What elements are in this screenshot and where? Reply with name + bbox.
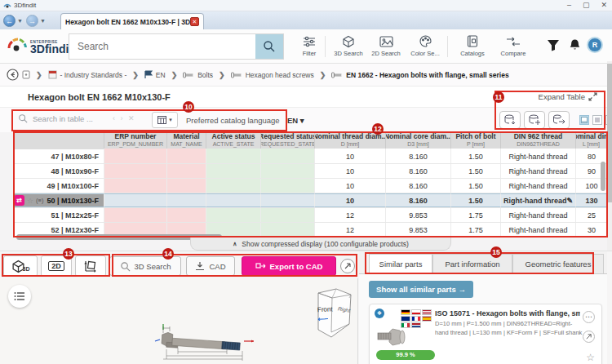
expand-table-button[interactable]: Expand Table (539, 92, 597, 101)
header-thread-diameter[interactable]: Nominal thread diam...D [mm] (315, 132, 386, 149)
export-table-button[interactable] (499, 111, 521, 129)
toolbar-2d-search[interactable]: 2D Search (367, 34, 405, 57)
view-cube[interactable]: Front Right (308, 286, 356, 340)
crumb-separator: ❯ (320, 71, 326, 79)
breadcrumb-back-icon[interactable] (7, 69, 19, 81)
header-requested-status[interactable]: Requested statusREQUESTED_STATE (261, 132, 315, 149)
catalog-book-icon (467, 35, 478, 47)
search-button[interactable] (255, 34, 283, 59)
viewer-3d-search-button[interactable]: 3D Search (109, 256, 181, 276)
bolt-3d-render[interactable] (131, 323, 269, 364)
header-din962-thread[interactable]: DIN 962 threadDIN962THREAD (501, 132, 576, 149)
catalog-badge-icon: ❖ (375, 309, 384, 318)
density-medium-toggle[interactable] (592, 115, 602, 125)
part-thumbnail (375, 324, 414, 348)
forward-button[interactable]: → (26, 15, 38, 27)
header-material[interactable]: MaterialMAT_NAME (167, 132, 206, 149)
toolbar-2d-search-label: 2D Search (367, 50, 405, 57)
tab-close-button[interactable]: ✕ (190, 17, 199, 26)
bottom-section: 3D 2D 3D Search CAD Export to CAD (0, 251, 612, 364)
favorite-star-icon[interactable]: ☆ (27, 197, 33, 205)
similar-part-title[interactable]: ISO 15071 - Hexagon bolts with flange, s… (435, 309, 580, 317)
column-settings-button[interactable]: ▾ (152, 112, 178, 128)
crumb-en[interactable]: EN (156, 71, 166, 79)
header-nominal-length[interactable]: Nominal dimeL [mm] (576, 132, 607, 149)
table-row[interactable]: 47 | M10x80-F 108.1601.50Right-hand thre… (14, 149, 607, 164)
maximize-button[interactable]: ▢ (583, 1, 590, 9)
flag-fr-icon (411, 316, 421, 322)
header-core-diameter[interactable]: Nominal core diam...D3 [mm] (386, 132, 451, 149)
crumb-hexagon-head-screws[interactable]: Hexagon head screws (246, 71, 314, 79)
send-to-app-button[interactable] (340, 259, 355, 273)
results-filter-icon[interactable] (547, 39, 560, 51)
arrow-out-icon (585, 333, 592, 340)
viewer-list-button[interactable] (8, 285, 31, 308)
header-active-status[interactable]: Active statusACTIVE_STATE (206, 132, 261, 149)
crumb-industry-standards[interactable]: - Industry Standards - (60, 71, 127, 79)
pencil-icon[interactable]: ✎ (566, 197, 573, 205)
tab-geometric-features[interactable]: Geometric features (512, 254, 604, 274)
back-dropdown-icon[interactable]: ▼ (17, 18, 23, 24)
crumb-separator: ❯ (132, 71, 139, 79)
toolbar-3d-search[interactable]: 3D Search (330, 34, 367, 57)
export-selection-button[interactable] (524, 111, 545, 129)
crumb-current-standard: EN 1662 - Hexagon bolts with flange, sma… (346, 71, 508, 79)
minimize-button[interactable]: – (567, 1, 571, 9)
flag-es-icon (422, 316, 432, 322)
export-row-button[interactable] (548, 111, 570, 129)
card-favorite-star-icon[interactable]: ☆ (586, 352, 595, 363)
arrow-out-icon (344, 262, 352, 270)
table-row[interactable]: 48 | M10x90-F 108.1601.50Right-hand thre… (14, 164, 607, 179)
page-scrollbar-thumb[interactable] (607, 64, 612, 202)
cad-download-button[interactable]: CAD (186, 256, 235, 276)
similar-part-card[interactable]: ❖ ISO 15071 - H (369, 304, 602, 364)
app-logo[interactable]: ENTERPRISE 3Dfindit (7, 36, 73, 54)
header-pitch[interactable]: Pitch of boltP [mm] (451, 132, 501, 149)
export-cad-icon (255, 262, 266, 271)
back-button[interactable]: ← (3, 15, 16, 27)
user-avatar[interactable]: R (587, 37, 603, 53)
annotation-badge-11: 11 (493, 91, 504, 103)
close-button[interactable]: ✕ (601, 1, 607, 9)
export-row-chip-icon[interactable]: ⇄ (14, 195, 24, 206)
viewer-tab-dimensions[interactable] (75, 255, 106, 277)
card-more-button[interactable]: ⋯ (583, 311, 595, 323)
app-window-icon (3, 2, 11, 10)
viewer-tab-3d[interactable]: 3D (3, 255, 38, 277)
density-compact-toggle[interactable] (579, 115, 589, 125)
crumb-bolts[interactable]: Bolts (197, 71, 213, 79)
language-select[interactable]: EN ▾ (287, 116, 304, 125)
notifications-bell-icon[interactable] (569, 38, 581, 51)
toolbar-color-search[interactable]: Color Se... (406, 34, 444, 57)
export-to-cad-button[interactable]: Export to CAD (242, 256, 336, 276)
table-search[interactable]: Search in table ... ‹ › ✕ (18, 113, 136, 123)
forward-dropdown-icon[interactable]: ▼ (40, 18, 46, 24)
tab-part-information[interactable]: Part information (432, 254, 512, 274)
table-vertical-scrollbar[interactable] (601, 162, 605, 191)
search-icon (18, 113, 28, 123)
browser-tab-title: Hexagon bolt EN 1662 M10x130-F | 3Dfindi… (65, 18, 190, 26)
table-search-placeholder: Search in table ... (33, 114, 106, 123)
breadcrumb: ❯ - Industry Standards - ❯ EN ❯ Bolts ❯ … (0, 64, 607, 87)
header-erp-number[interactable]: ERP numberERP_PDM_NUMBER (104, 132, 167, 149)
table-row[interactable]: 51 | M12x25-F 129.8531.75Right-hand thre… (14, 208, 607, 223)
chevron-down-icon: ▾ (169, 117, 172, 123)
search-input[interactable] (69, 34, 255, 59)
table-search-nav-icons[interactable]: ‹ › ✕ (113, 114, 136, 122)
table-row-selected[interactable]: ⇄ ☆ (≡) 50 | M10x130-F 108.1601.50 Right… (14, 193, 607, 208)
tab-similar-parts[interactable]: Similar parts (369, 254, 432, 274)
toolbar-compare[interactable]: Compare (494, 34, 532, 57)
toolbar-catalogs[interactable]: Catalogs (454, 34, 491, 57)
3d-viewport[interactable]: Front Right (0, 278, 358, 364)
crumb-separator: ❯ (171, 71, 178, 79)
row-menu-icon[interactable]: (≡) (36, 197, 43, 204)
annotation-badge-13: 13 (63, 248, 74, 260)
card-open-button[interactable] (583, 331, 595, 343)
table-row[interactable]: 49 | M10x100-F 108.1601.50Right-hand thr… (14, 179, 607, 193)
show-all-similar-parts-button[interactable]: Show all similar parts → (369, 281, 473, 298)
compressed-display-toggle[interactable]: ∧ Show compressed display (100 configura… (190, 237, 451, 251)
list-icon (14, 291, 25, 301)
browser-tab[interactable]: Hexagon bolt EN 1662 M10x130-F | 3Dfindi… (60, 13, 204, 29)
toolbar-filter[interactable]: Filter (290, 34, 328, 57)
home-page-icon[interactable] (22, 70, 30, 79)
